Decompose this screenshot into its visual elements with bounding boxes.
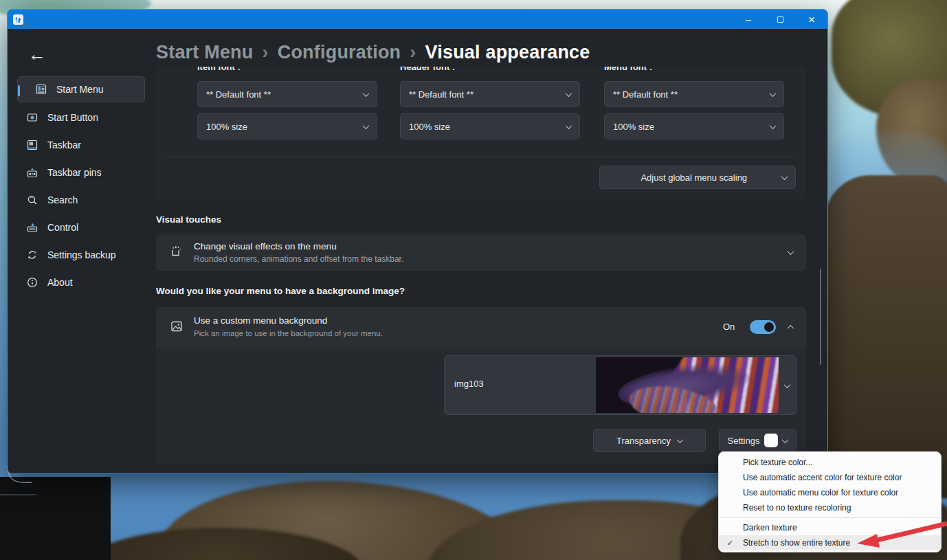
menu-item-darken-texture[interactable]: Darken texture bbox=[719, 520, 941, 535]
chevron-down-icon bbox=[782, 436, 789, 443]
sidebar-item-label: Start Menu bbox=[56, 84, 103, 95]
item-font-size-value: 100% size bbox=[206, 122, 247, 132]
taskbar-icon bbox=[17, 139, 47, 151]
background-image-select[interactable]: img103 bbox=[444, 355, 796, 415]
background-window-divider bbox=[0, 494, 36, 495]
sidebar-item-label: About bbox=[47, 277, 73, 288]
breadcrumb-separator: › bbox=[410, 42, 416, 63]
start-menu-icon bbox=[26, 83, 56, 96]
item-font-label: Item font : bbox=[197, 67, 241, 72]
checkmark-icon: ✓ bbox=[727, 535, 733, 550]
texture-settings-context-menu: Pick texture color... Use automatic acce… bbox=[718, 451, 942, 552]
header-font-select[interactable]: ** Default font ** bbox=[400, 81, 580, 107]
search-icon bbox=[17, 194, 47, 206]
menu-font-value: ** Default font ** bbox=[613, 89, 678, 100]
menu-item-pick-texture-color[interactable]: Pick texture color... bbox=[719, 455, 941, 470]
header-font-size-select[interactable]: 100% size bbox=[400, 113, 580, 139]
sidebar-item-about[interactable]: About bbox=[17, 269, 145, 296]
menu-item-menu-color[interactable]: Use automatic menu color for texture col… bbox=[719, 485, 941, 500]
visual-effects-row[interactable]: Change visual effects on the menu Rounde… bbox=[156, 234, 806, 271]
breadcrumb-configuration[interactable]: Configuration bbox=[278, 42, 401, 63]
sidebar-item-label: Taskbar pins bbox=[47, 167, 102, 178]
fonts-card: Item font : Header font : Menu font : **… bbox=[156, 67, 806, 200]
chevron-up-icon[interactable] bbox=[788, 325, 794, 332]
maximize-button[interactable] bbox=[764, 10, 796, 29]
minimize-icon: – bbox=[746, 14, 751, 24]
menu-item-label: Stretch to show entire texture bbox=[743, 538, 850, 548]
background-window-edge bbox=[0, 477, 111, 560]
menu-item-stretch-texture[interactable]: ✓ Stretch to show entire texture bbox=[719, 535, 941, 550]
adjust-global-menu-scaling-button[interactable]: Adjust global menu scaling bbox=[599, 166, 796, 189]
sidebar-item-label: Search bbox=[47, 194, 78, 205]
breadcrumb-separator: › bbox=[263, 42, 269, 63]
image-icon bbox=[169, 319, 184, 337]
sidebar-item-taskbar[interactable]: Taskbar bbox=[17, 131, 145, 159]
about-icon bbox=[17, 276, 47, 289]
settings-label: Settings bbox=[728, 436, 760, 446]
menu-font-select[interactable]: ** Default font ** bbox=[604, 81, 784, 107]
menu-font-size-value: 100% size bbox=[613, 122, 654, 132]
sparkles-box-icon bbox=[169, 244, 184, 262]
background-image-heading: Would you like your menu to have a backg… bbox=[156, 286, 405, 296]
menu-font-label: Menu font : bbox=[604, 67, 652, 72]
visual-effects-title: Change visual effects on the menu bbox=[194, 241, 337, 251]
start-button-icon bbox=[17, 111, 47, 124]
maximize-icon bbox=[777, 16, 783, 23]
sidebar-item-start-button[interactable]: Start Button bbox=[17, 104, 145, 131]
transparency-label: Transparency bbox=[616, 436, 671, 446]
chevron-down-icon bbox=[770, 90, 777, 97]
app-icon bbox=[13, 14, 23, 25]
breadcrumb-start-menu[interactable]: Start Menu bbox=[156, 42, 254, 63]
menu-item-accent-color[interactable]: Use automatic accent color for texture c… bbox=[719, 470, 941, 485]
desktop: – × ← Start Menu›Configuration›Visual ap… bbox=[0, 0, 947, 560]
custom-background-title: Use a custom menu background bbox=[194, 315, 327, 326]
content-scrollbar[interactable] bbox=[820, 269, 821, 365]
sidebar-item-search[interactable]: Search bbox=[17, 186, 145, 214]
chevron-down-icon[interactable] bbox=[788, 248, 794, 255]
control-icon bbox=[17, 221, 47, 234]
sidebar-item-label: Settings backup bbox=[47, 249, 116, 260]
sidebar-item-label: Taskbar bbox=[47, 139, 81, 150]
sidebar-item-label: Start Button bbox=[47, 112, 98, 123]
visual-touches-heading: Visual touches bbox=[156, 214, 221, 225]
toggle-knob bbox=[764, 322, 774, 332]
taskbar-pins-icon bbox=[17, 166, 47, 179]
settings-content: Item font : Header font : Menu font : **… bbox=[156, 67, 806, 464]
chevron-down-icon bbox=[363, 90, 370, 97]
custom-background-subtitle: Pick an image to use in the background o… bbox=[194, 329, 383, 337]
custom-background-card: Use a custom menu background Pick an ima… bbox=[156, 307, 806, 464]
item-font-size-select[interactable]: 100% size bbox=[197, 113, 377, 139]
sidebar-item-label: Control bbox=[47, 222, 78, 233]
close-button[interactable]: × bbox=[796, 10, 827, 29]
custom-background-header[interactable]: Use a custom menu background Pick an ima… bbox=[156, 307, 806, 348]
chevron-down-icon bbox=[566, 122, 572, 129]
settings-split-button[interactable]: Settings bbox=[719, 429, 796, 452]
custom-background-toggle[interactable] bbox=[750, 320, 776, 334]
chevron-down-icon bbox=[784, 381, 791, 388]
window-controls: – × bbox=[733, 10, 827, 29]
startallback-settings-window: – × ← Start Menu›Configuration›Visual ap… bbox=[7, 9, 828, 474]
menu-font-size-select[interactable]: 100% size bbox=[604, 113, 784, 139]
header-font-value: ** Default font ** bbox=[409, 89, 474, 100]
item-font-select[interactable]: ** Default font ** bbox=[197, 81, 377, 107]
chevron-down-icon bbox=[363, 122, 370, 129]
selected-image-name: img103 bbox=[454, 379, 484, 389]
titlebar[interactable]: – × bbox=[8, 10, 827, 29]
menu-item-reset-recoloring[interactable]: Reset to no texture recoloring bbox=[719, 500, 941, 515]
minimize-button[interactable]: – bbox=[733, 10, 764, 29]
wallpaper-rock bbox=[825, 175, 947, 498]
texture-color-swatch[interactable] bbox=[764, 434, 778, 447]
sidebar-item-control[interactable]: Control bbox=[17, 214, 145, 241]
sidebar-item-start-menu[interactable]: Start Menu bbox=[17, 76, 145, 102]
section-divider bbox=[166, 157, 796, 157]
sidebar-item-settings-backup[interactable]: Settings backup bbox=[17, 241, 145, 269]
chevron-down-icon bbox=[770, 122, 777, 129]
item-font-value: ** Default font ** bbox=[206, 89, 271, 100]
settings-backup-icon bbox=[17, 249, 47, 261]
transparency-button[interactable]: Transparency bbox=[593, 429, 706, 452]
chevron-down-icon bbox=[781, 173, 788, 180]
back-button[interactable]: ← bbox=[28, 44, 46, 65]
chevron-down-icon bbox=[677, 436, 684, 443]
menu-separator bbox=[720, 517, 940, 518]
sidebar-item-taskbar-pins[interactable]: Taskbar pins bbox=[17, 159, 145, 186]
